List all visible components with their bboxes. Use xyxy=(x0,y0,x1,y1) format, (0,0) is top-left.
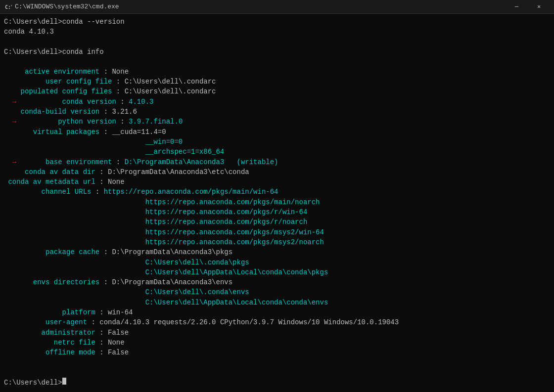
info-label: conda av metadata url xyxy=(4,177,95,187)
window-title: C:\WINDOWS\system32\cmd.exe xyxy=(15,3,119,10)
info-sep: : xyxy=(112,77,124,87)
output-indent: https://repo.anaconda.com/pkgs/r/win-64 xyxy=(4,207,307,217)
info-label: offline mode xyxy=(4,348,95,357)
info-label: base environment xyxy=(21,157,112,167)
info-label: conda-build version xyxy=(4,107,99,117)
svg-text:C:\: C:\ xyxy=(5,4,12,10)
info-value: None xyxy=(108,338,125,348)
title-bar-left: C:\ C:\WINDOWS\system32\cmd.exe xyxy=(4,3,119,11)
arrow-icon: → xyxy=(4,97,21,107)
output-indent: https://repo.anaconda.com/pkgs/r/noarch xyxy=(4,217,307,227)
prompt: C:\Users\dell> xyxy=(4,47,62,57)
title-bar-controls: — ✕ xyxy=(506,0,550,14)
info-sep: : xyxy=(87,317,99,327)
cursor xyxy=(62,378,66,385)
info-value: win-64 xyxy=(108,307,133,317)
terminal-window: C:\Users\dell>conda --versionconda 4.10.… xyxy=(0,14,554,392)
info-label: python version xyxy=(21,117,116,127)
info-sep: : xyxy=(99,67,112,77)
arrow-icon: → xyxy=(4,157,21,167)
command: conda --version xyxy=(62,17,125,27)
output-line: conda 4.10.3 xyxy=(4,27,54,37)
info-sep: : xyxy=(95,177,108,187)
info-sep: : xyxy=(116,117,129,127)
prompt-cursor-line: C:\Users\dell> xyxy=(4,378,550,388)
info-value: D:\ProgramData\Anaconda3\pkgs xyxy=(112,247,232,257)
info-sep: : xyxy=(95,338,108,348)
info-label: package cache xyxy=(4,247,99,257)
prompt: C:\Users\dell> xyxy=(4,378,62,388)
info-label: active environment xyxy=(4,67,99,77)
output-indent: https://repo.anaconda.com/pkgs/main/noar… xyxy=(4,197,320,207)
minimize-button[interactable]: — xyxy=(506,0,528,14)
title-bar: C:\ C:\WINDOWS\system32\cmd.exe — ✕ xyxy=(0,0,554,14)
info-label: conda version xyxy=(21,97,116,107)
info-label: netrc file xyxy=(4,338,95,348)
info-value: 4.10.3 xyxy=(129,97,153,107)
info-value: C:\Users\dell\.condarc xyxy=(125,87,216,96)
info-sep: : xyxy=(99,107,112,117)
info-value: False xyxy=(108,348,129,357)
output-indent: __win=0=0 xyxy=(4,137,183,147)
info-value: 3.21.6 xyxy=(112,107,137,117)
output-indent: __archspec=1=x86_64 xyxy=(4,147,224,157)
info-value: conda/4.10.3 requests/2.26.0 CPython/3.9… xyxy=(99,317,399,327)
output-indent: https://repo.anaconda.com/pkgs/msys2/noa… xyxy=(4,237,324,247)
info-sep: : xyxy=(112,157,124,167)
info-value: 3.9.7.final.0 xyxy=(129,117,183,127)
arrow-icon: → xyxy=(4,117,21,127)
info-sep: : xyxy=(112,87,124,96)
cmd-icon: C:\ xyxy=(4,3,12,11)
info-value: __cuda=11.4=0 xyxy=(112,127,166,137)
close-button[interactable]: ✕ xyxy=(528,0,550,14)
info-value: D:\ProgramData\Anaconda3 (writable) xyxy=(125,157,278,167)
info-label: virtual packages xyxy=(4,127,99,137)
output-indent: C:\Users\dell\AppData\Local\conda\conda\… xyxy=(4,267,328,277)
info-sep: : xyxy=(95,307,108,317)
info-label: administrator xyxy=(4,328,95,338)
info-sep: : xyxy=(95,328,108,338)
info-value: https://repo.anaconda.com/pkgs/main/win-… xyxy=(104,187,278,197)
info-value: None xyxy=(112,67,129,77)
output-indent: C:\Users\dell\.conda\pkgs xyxy=(4,258,249,267)
info-label: platform xyxy=(4,307,95,317)
prompt: C:\Users\dell> xyxy=(4,17,62,27)
info-value: D:\ProgramData\Anaconda3\etc\conda xyxy=(108,167,249,177)
info-sep: : xyxy=(91,187,103,197)
info-label: envs directories xyxy=(4,277,99,287)
command: conda info xyxy=(62,47,104,57)
info-sep: : xyxy=(99,247,112,257)
info-label: user-agent xyxy=(4,317,87,327)
info-sep: : xyxy=(116,97,129,107)
info-value: False xyxy=(108,328,129,338)
info-value: D:\ProgramData\Anaconda3\envs xyxy=(112,277,232,287)
output-indent: https://repo.anaconda.com/pkgs/msys2/win… xyxy=(4,227,324,237)
output-indent: C:\Users\dell\AppData\Local\conda\conda\… xyxy=(4,298,328,307)
info-label: user config file xyxy=(4,77,112,87)
info-sep: : xyxy=(99,127,112,137)
info-sep: : xyxy=(95,348,108,357)
info-value: None xyxy=(108,177,125,187)
info-sep: : xyxy=(99,277,112,287)
info-sep: : xyxy=(95,167,108,177)
info-value: C:\Users\dell\.condarc xyxy=(125,77,216,87)
output-indent: C:\Users\dell\.conda\envs xyxy=(4,287,249,297)
info-label: conda av data dir xyxy=(4,167,95,177)
info-label: channel URLs xyxy=(4,187,91,197)
info-label: populated config files xyxy=(4,87,112,96)
